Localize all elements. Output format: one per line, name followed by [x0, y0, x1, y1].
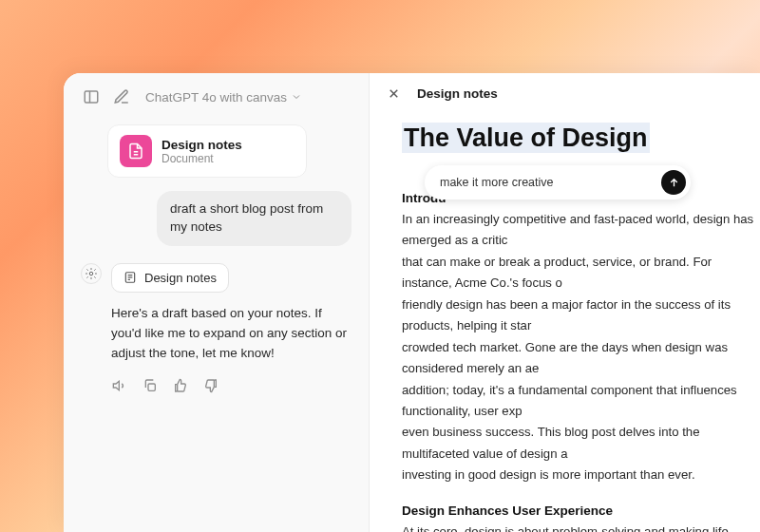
svg-rect-10: [148, 384, 155, 390]
chat-topbar: ChatGPT 4o with canvas: [81, 86, 352, 107]
svg-point-4: [89, 272, 93, 276]
close-icon[interactable]: [387, 86, 404, 101]
new-chat-icon[interactable]: [111, 86, 132, 107]
assistant-text: Here's a draft based on your notes. If y…: [111, 304, 352, 364]
chat-pane: ChatGPT 4o with canvas Design notes Docu…: [64, 73, 370, 532]
svg-rect-0: [85, 91, 98, 103]
svg-marker-9: [113, 381, 119, 390]
attachment-subtitle: Document: [162, 152, 242, 165]
inline-prompt-text: make it more creative: [440, 176, 661, 189]
thumbs-down-icon[interactable]: [202, 377, 219, 394]
sidebar-toggle-icon[interactable]: [81, 86, 102, 107]
section-body-2: At its core, design is about problem-sol…: [402, 522, 760, 532]
document-icon: [120, 135, 152, 167]
message-actions: [111, 377, 352, 394]
attachment-title: Design notes: [162, 138, 242, 152]
arrow-up-icon: [668, 177, 680, 189]
canvas-pane: Design notes The Value of Design make it…: [370, 73, 760, 532]
inline-prompt-input[interactable]: make it more creative: [425, 165, 691, 200]
document-body: The Value of Design make it more creativ…: [370, 114, 760, 532]
model-selector[interactable]: ChatGPT 4o with canvas: [145, 90, 302, 104]
assistant-avatar-icon: [81, 263, 102, 284]
document-heading[interactable]: The Value of Design: [402, 123, 650, 153]
send-button[interactable]: [661, 170, 686, 195]
attachment-card[interactable]: Design notes Document: [107, 124, 307, 178]
copy-icon[interactable]: [142, 377, 159, 394]
app-window: ChatGPT 4o with canvas Design notes Docu…: [64, 73, 760, 532]
section-body-1: In an increasingly competitive and fast-…: [402, 209, 760, 486]
reference-label: Design notes: [144, 271, 217, 285]
model-label: ChatGPT 4o with canvas: [145, 90, 287, 104]
section-heading-2: Design Enhances User Experience: [402, 504, 760, 518]
document-small-icon: [124, 271, 137, 284]
canvas-header: Design notes: [370, 73, 760, 114]
assistant-row: Design notes Here's a draft based on you…: [81, 263, 352, 394]
read-aloud-icon[interactable]: [111, 377, 128, 394]
thumbs-up-icon[interactable]: [172, 377, 189, 394]
user-message: draft a short blog post from my notes: [157, 191, 352, 246]
chevron-down-icon: [291, 91, 302, 103]
canvas-title: Design notes: [417, 86, 498, 101]
canvas-reference-chip[interactable]: Design notes: [111, 263, 229, 293]
